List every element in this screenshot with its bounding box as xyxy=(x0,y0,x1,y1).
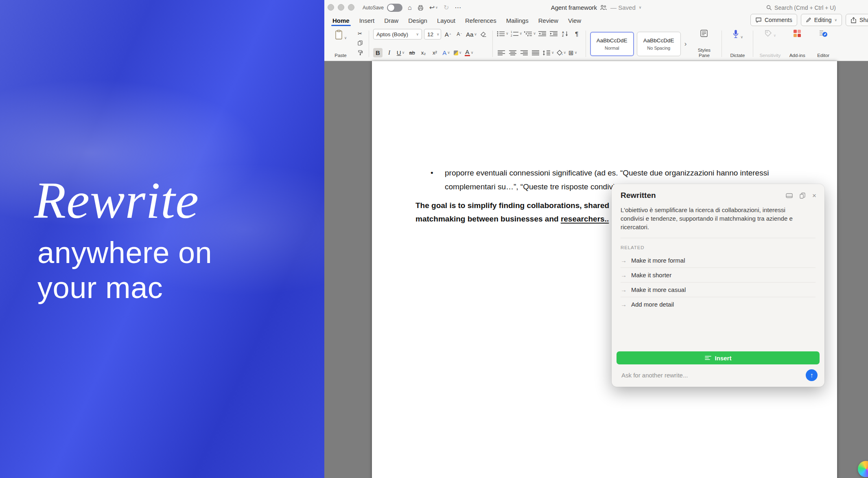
multilevel-list-button[interactable]: ∨ xyxy=(524,29,536,38)
search-icon xyxy=(766,5,772,11)
paintbrush-icon xyxy=(358,50,363,55)
shading-button[interactable]: ∨ xyxy=(556,48,566,57)
print-icon[interactable] xyxy=(418,5,424,11)
zoom-window-button[interactable] xyxy=(348,4,354,11)
chevron-down-icon: ∨ xyxy=(402,51,405,55)
editing-mode-button[interactable]: Editing ∨ xyxy=(801,14,842,26)
style-no-spacing[interactable]: AaBbCcDdE No Spacing xyxy=(637,32,681,56)
bullet-list-icon xyxy=(497,31,505,37)
addins-button[interactable]: Add-ins xyxy=(786,28,809,59)
insert-button[interactable]: Insert xyxy=(617,351,820,364)
goal-text-underlined[interactable]: researchers.. xyxy=(561,215,609,223)
dictate-button[interactable]: ∨ Dictate xyxy=(726,28,749,59)
tab-mailings[interactable]: Mailings xyxy=(501,15,533,26)
chevron-down-icon: ∨ xyxy=(835,18,837,22)
comments-button[interactable]: Comments xyxy=(750,14,797,26)
promo-title: Rewrite xyxy=(34,174,199,226)
decrease-indent-button[interactable] xyxy=(538,29,547,38)
cut-button[interactable]: ✂ xyxy=(355,30,365,37)
shared-people-icon[interactable] xyxy=(600,5,607,10)
tab-view[interactable]: View xyxy=(563,15,586,26)
font-size-select[interactable]: 12 ∨ xyxy=(424,29,441,39)
chevron-down-icon: ∨ xyxy=(459,51,462,55)
search-label: Search (Cmd + Ctrl + U) xyxy=(774,4,836,11)
style-sample: AaBbCcDdE xyxy=(643,37,674,44)
superscript-button[interactable]: x² xyxy=(430,48,439,57)
search-control[interactable]: Search (Cmd + Ctrl + U) xyxy=(766,0,836,15)
line-spacing-button[interactable]: ∨ xyxy=(542,48,554,57)
font-color-button[interactable]: A ∨ xyxy=(464,48,474,57)
ribbon-tabs: Home Insert Draw Design Layout Reference… xyxy=(328,15,586,26)
shrink-font-button[interactable]: Aˇ xyxy=(455,30,464,39)
tab-references[interactable]: References xyxy=(460,15,501,26)
tab-layout[interactable]: Layout xyxy=(432,15,460,26)
tab-draw[interactable]: Draw xyxy=(379,15,403,26)
underline-button[interactable]: U∨ xyxy=(396,48,405,57)
change-case-button[interactable]: Aa∨ xyxy=(466,30,477,39)
ask-rewrite-input[interactable] xyxy=(621,371,802,379)
insert-label: Insert xyxy=(715,355,732,362)
bold-button[interactable]: B xyxy=(373,48,383,57)
tab-home[interactable]: Home xyxy=(328,15,354,26)
copy-icon[interactable] xyxy=(800,193,805,199)
share-button[interactable]: Share xyxy=(846,14,868,26)
window-icon[interactable] xyxy=(786,193,793,198)
sensitivity-button[interactable]: ∨ Sensitivity xyxy=(757,28,783,59)
highlight-button[interactable]: ∨ xyxy=(453,48,462,57)
autosave-toggle[interactable] xyxy=(387,4,402,12)
autosave-control: AutoSave xyxy=(363,0,402,15)
tab-insert[interactable]: Insert xyxy=(354,15,380,26)
ribbon-separator xyxy=(722,31,722,57)
option-make-it-more-casual[interactable]: → Make it more casual xyxy=(621,283,816,297)
font-name-value: Aptos (Body) xyxy=(376,31,413,37)
format-painter-button[interactable] xyxy=(355,49,365,56)
strikethrough-button[interactable]: ab xyxy=(407,48,417,57)
subscript-button[interactable]: x₂ xyxy=(419,48,428,57)
editor-button[interactable]: Editor xyxy=(812,28,835,59)
ribbon: ∨ Paste ✂ Aptos (Body) ∨ xyxy=(324,26,868,61)
borders-button[interactable]: ⊞∨ xyxy=(568,48,577,57)
copy-button[interactable] xyxy=(355,39,365,46)
increase-indent-button[interactable] xyxy=(549,29,559,38)
italic-button[interactable]: I xyxy=(385,48,394,57)
option-add-more-detail[interactable]: → Add more detail xyxy=(621,297,816,311)
numbered-list-button[interactable]: 12 ∨ xyxy=(511,29,523,38)
window-controls xyxy=(328,4,354,11)
chevron-down-icon: ∨ xyxy=(474,33,477,36)
paste-label: Paste xyxy=(335,53,346,58)
grow-font-button[interactable]: A^ xyxy=(443,30,453,39)
redo-button[interactable]: ↻ xyxy=(444,4,449,11)
style-normal[interactable]: AaBbCcDdE Normal xyxy=(590,32,634,56)
close-window-button[interactable] xyxy=(328,4,334,11)
sensitivity-tag-icon: ∨ xyxy=(764,29,776,37)
chevron-down-icon: ∨ xyxy=(575,51,577,55)
justify-button[interactable] xyxy=(531,48,540,57)
minimize-window-button[interactable] xyxy=(338,4,344,11)
undo-button[interactable]: ↩∨ xyxy=(429,4,438,11)
styles-gallery-next-button[interactable]: › xyxy=(684,40,688,48)
clear-formatting-button[interactable] xyxy=(479,30,488,39)
text-effects-button[interactable]: A∨ xyxy=(442,48,451,57)
bullet-list-button[interactable]: ∨ xyxy=(497,29,509,38)
more-toolbar-button[interactable]: ⋯ xyxy=(455,4,461,11)
align-center-button[interactable] xyxy=(508,48,518,57)
tab-design[interactable]: Design xyxy=(403,15,432,26)
option-make-it-shorter[interactable]: → Make it shorter xyxy=(621,268,816,283)
sort-button[interactable]: AZ xyxy=(561,29,570,38)
svg-text:A: A xyxy=(562,31,564,34)
option-make-it-more-formal[interactable]: → Make it more formal xyxy=(621,253,816,268)
send-button[interactable]: ↑ xyxy=(806,369,818,381)
chevron-down-icon: ∨ xyxy=(564,51,566,55)
home-icon[interactable]: ⌂ xyxy=(408,4,412,11)
subscript-label: x₂ xyxy=(421,50,426,56)
font-name-select[interactable]: Aptos (Body) ∨ xyxy=(373,29,422,39)
tab-review[interactable]: Review xyxy=(533,15,563,26)
style-sample: AaBbCcDdE xyxy=(597,37,627,44)
styles-pane-button[interactable]: Styles Pane xyxy=(691,28,717,59)
align-right-button[interactable] xyxy=(520,48,529,57)
close-icon[interactable]: × xyxy=(812,192,816,199)
paste-button[interactable]: ∨ Paste xyxy=(329,28,352,59)
chevron-down-icon[interactable]: ∨ xyxy=(639,6,642,9)
align-left-button[interactable] xyxy=(497,48,506,57)
show-paragraph-marks-button[interactable]: ¶ xyxy=(572,29,582,38)
